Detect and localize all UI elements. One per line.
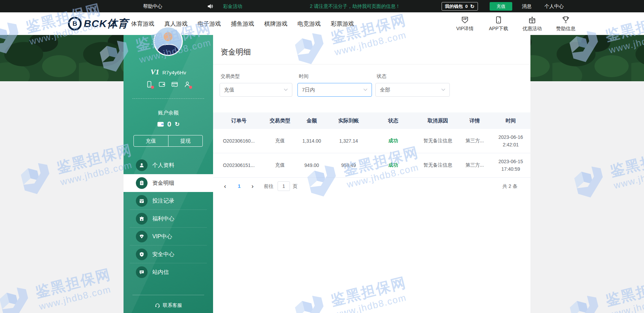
cell-reason: 暂无备注信息 <box>417 162 458 168</box>
withdraw-button[interactable]: 提现 <box>168 135 203 146</box>
cell-time-date: 2023-06-16 <box>499 134 523 140</box>
page-unit-label: 页 <box>293 181 297 192</box>
topbar: 帮助中心 彩金活动 2 请注意不法分子，劫持我司页面的信息！ 我的钱包 0 ↻ … <box>0 0 644 12</box>
sidebar-menu: 个人资料 资金明细 投注记录 福利中心 VIP中心 <box>124 156 213 281</box>
topbar-recharge-button[interactable]: 充值 <box>490 2 512 11</box>
user-icon <box>136 159 148 171</box>
filter-label-status: 状态 <box>377 73 386 80</box>
col-time: 时间 <box>491 118 530 124</box>
sidebar-item-welfare[interactable]: 福利中心 <box>124 210 213 228</box>
vip-details-link[interactable]: VIP VIP详情 <box>452 16 478 32</box>
total-count: 共 2 条 <box>502 181 517 192</box>
menu-label: 站内信 <box>152 269 169 276</box>
vip-diamond-icon <box>136 231 148 242</box>
verification-icons <box>124 81 213 88</box>
notice-marquee: 2 请注意不法分子，劫持我司页面的信息！ <box>310 0 400 12</box>
balance-label: 账户余额 <box>124 110 213 116</box>
col-actual: 实际到账 <box>328 118 369 124</box>
profile-person-icon[interactable] <box>184 81 191 88</box>
promotions-link[interactable]: 优惠活动 <box>519 16 545 32</box>
quick-label: 赞助信息 <box>556 26 575 32</box>
title-divider <box>213 64 530 64</box>
sidebar-item-profile[interactable]: 个人资料 <box>124 156 213 174</box>
col-order: 订单号 <box>213 118 265 124</box>
sidebar-item-vip[interactable]: VIP中心 <box>124 228 213 245</box>
balance-amount: 0 <box>167 120 172 128</box>
goto-label: 前往 <box>264 181 273 192</box>
site-logo[interactable]: B BCK体育 <box>68 12 128 35</box>
time-select[interactable]: 7日内 <box>297 83 372 97</box>
navbar: B BCK体育 体育游戏 真人游戏 电子游戏 捕鱼游戏 棋牌游戏 电竞游戏 彩票… <box>0 12 644 35</box>
cell-amount: 949.00 <box>295 162 328 168</box>
status-select-value: 全部 <box>380 87 390 93</box>
svg-text:VIP: VIP <box>463 18 467 20</box>
wallet-pill[interactable]: 我的钱包 0 ↻ <box>442 2 478 11</box>
deposit-button[interactable]: 充值 <box>134 135 168 146</box>
wallet-label: 我的钱包 <box>445 3 463 10</box>
app-download-link[interactable]: APP下载 <box>486 16 511 32</box>
phone-icon <box>494 16 503 24</box>
next-page-icon[interactable]: › <box>251 181 254 192</box>
wallet-balance-icon <box>157 121 164 127</box>
quick-links: VIP VIP详情 APP下载 优惠活动 <box>452 12 578 35</box>
phone-verified-icon[interactable] <box>146 81 153 88</box>
watermark: 鉴黑担保网www.jhdb8.com <box>15 137 138 200</box>
cell-status: 成功 <box>369 138 417 144</box>
contact-divider <box>132 295 204 295</box>
help-center-link[interactable]: 帮助中心 <box>143 0 162 12</box>
main-panel: 资金明细 交易类型 时间 状态 充值 7日内 全部 订单号 交易类型 金额 实际… <box>213 35 530 313</box>
balance-refresh-icon[interactable]: ↻ <box>175 121 179 128</box>
sidebar-item-funds[interactable]: 资金明细 <box>124 174 213 192</box>
nav-item-fishing[interactable]: 捕鱼游戏 <box>231 20 254 28</box>
gift-icon <box>528 16 536 24</box>
vip-badge-icon: VIP <box>461 16 469 24</box>
giftbox-icon <box>136 213 148 225</box>
cell-time-date: 2023-06-15 <box>499 159 523 164</box>
menu-label: 个人资料 <box>152 162 174 169</box>
time-select-value: 7日内 <box>302 87 315 93</box>
refresh-icon[interactable]: ↻ <box>470 3 475 10</box>
bank-card-icon[interactable] <box>171 81 178 88</box>
menu-label: 安全中心 <box>152 251 174 258</box>
cell-detail: 第三方... <box>458 162 491 168</box>
cell-type: 充值 <box>265 138 295 144</box>
pagination: ‹ 1 › 前往 页 共 2 条 <box>213 181 530 192</box>
calendar-check-icon <box>136 195 148 207</box>
contact-service-button[interactable]: 联系客服 <box>124 300 213 311</box>
page-number[interactable]: 1 <box>238 181 241 192</box>
nav-item-slots[interactable]: 电子游戏 <box>198 20 221 28</box>
sponsor-info-link[interactable]: 赞助信息 <box>553 16 578 32</box>
goto-page-input[interactable] <box>278 181 290 191</box>
balance-row: 0 ↻ <box>124 120 213 128</box>
sidebar-item-messages[interactable]: 站内信 <box>124 263 213 281</box>
promo-link[interactable]: 彩金活动 <box>223 0 242 12</box>
wallet-icon[interactable] <box>159 81 165 88</box>
status-select[interactable]: 全部 <box>375 83 450 97</box>
chat-icon <box>136 266 148 278</box>
nav-item-sports[interactable]: 体育游戏 <box>131 20 154 28</box>
shield-plus-icon <box>136 249 148 260</box>
username: R7y4y6Hv <box>162 70 186 75</box>
messages-link[interactable]: 消息 <box>522 0 531 12</box>
personal-center-link[interactable]: 个人中心 <box>545 0 564 12</box>
wallet-amount: 0 <box>465 4 468 9</box>
sidebar-item-security[interactable]: 安全中心 <box>124 245 213 263</box>
verified-badge <box>151 86 154 89</box>
cell-reason: 暂无备注信息 <box>417 138 458 144</box>
logo-icon: B <box>68 17 82 31</box>
speaker-icon <box>207 3 213 9</box>
sidebar: V1 R7y4y6Hv 账户余额 0 ↻ 充值 提现 <box>124 35 213 313</box>
prev-page-icon[interactable]: ‹ <box>224 181 226 192</box>
menu-label: 投注记录 <box>152 197 174 205</box>
avatar[interactable] <box>153 26 183 56</box>
cell-detail: 第三方... <box>458 138 491 144</box>
filter-label-type: 交易类型 <box>221 73 240 80</box>
col-type: 交易类型 <box>265 118 295 124</box>
sidebar-item-bets[interactable]: 投注记录 <box>124 192 213 210</box>
cell-amount: 1,314.00 <box>295 138 328 144</box>
cell-time-clock: 2:42:01 <box>503 142 519 147</box>
nav-item-chess[interactable]: 棋牌游戏 <box>264 20 288 28</box>
nav-item-esports[interactable]: 电竞游戏 <box>297 20 321 28</box>
type-select[interactable]: 充值 <box>220 83 292 97</box>
nav-item-lottery[interactable]: 彩票游戏 <box>331 20 354 28</box>
